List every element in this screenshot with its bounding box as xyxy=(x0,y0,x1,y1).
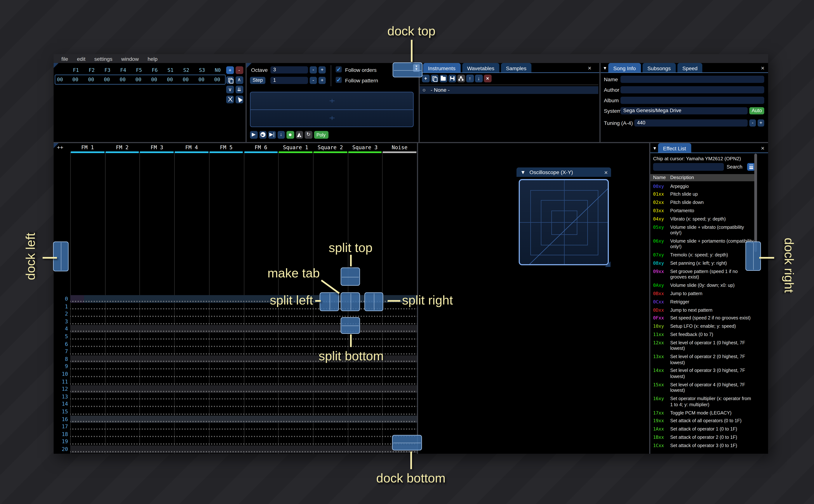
tab-instruments[interactable]: Instruments xyxy=(423,63,461,73)
split-right-target[interactable] xyxy=(364,292,383,311)
effect-menu-button[interactable] xyxy=(747,163,755,171)
channel-header-fm-3[interactable]: FM 3 xyxy=(139,144,174,151)
tab-wavetables[interactable]: Wavetables xyxy=(462,63,499,73)
order-cell[interactable]: 00 xyxy=(67,77,83,82)
effect-row[interactable]: 06xyVolume slide + portamento (compatibi… xyxy=(650,237,755,251)
mouse-select-order-button[interactable] xyxy=(235,95,243,103)
channel-header-square-2[interactable]: Square 2 xyxy=(313,144,348,151)
pattern-row[interactable]: 12 xyxy=(54,385,417,393)
effect-row[interactable]: 0CxxRetrigger xyxy=(650,298,755,306)
panel-separator[interactable] xyxy=(245,63,247,143)
split-top-target[interactable] xyxy=(341,267,360,286)
effect-row[interactable]: 09xxSet groove pattern (speed 1 if no gr… xyxy=(650,267,755,281)
effect-row[interactable]: 02xxPitch slide down xyxy=(650,198,755,207)
pattern-row[interactable]: 11 xyxy=(54,378,417,385)
effect-row[interactable]: 07xyTremolo (x: speed; y: depth) xyxy=(650,251,755,259)
pattern-expand-button[interactable]: ++ xyxy=(57,144,63,150)
effect-row[interactable]: 0DxxJump to next pattern xyxy=(650,306,755,314)
pattern-row[interactable]: 0 xyxy=(54,295,417,303)
effect-rows[interactable]: 00xyArpeggio01xxPitch slide up02xxPitch … xyxy=(650,182,755,454)
pattern-row[interactable]: 14 xyxy=(54,400,417,408)
effect-row[interactable]: 15xxSet level of operator 4 (0 highest, … xyxy=(650,381,755,395)
menu-item-help[interactable]: help xyxy=(148,56,158,62)
pattern-row[interactable]: 5 xyxy=(54,333,417,340)
pattern-row[interactable]: 17 xyxy=(54,423,417,431)
menu-item-file[interactable]: file xyxy=(61,56,68,62)
channel-header-fm-4[interactable]: FM 4 xyxy=(174,144,209,151)
follow-orders-checkbox[interactable]: ✓ xyxy=(336,66,342,72)
oscilloscope-window[interactable]: ▼ Oscilloscope (X-Y) × xyxy=(517,167,611,267)
add-instrument-button[interactable]: + xyxy=(422,75,430,82)
pattern-row[interactable]: 20 xyxy=(54,445,417,453)
deep-clone-order-button[interactable] xyxy=(226,95,234,103)
pattern-row[interactable]: 4 xyxy=(54,325,417,333)
order-cell[interactable]: 00 xyxy=(178,77,194,82)
step-minus-button[interactable]: - xyxy=(310,77,317,84)
effect-row[interactable]: 08xySet panning (x: left; y: right) xyxy=(650,259,755,267)
move-up-order-button[interactable]: ∧ xyxy=(235,76,243,84)
songinfo-close-icon[interactable]: × xyxy=(761,65,764,71)
open-instrument-button[interactable] xyxy=(440,75,447,82)
tab-samples[interactable]: Samples xyxy=(501,63,532,73)
pattern-row[interactable]: 21 xyxy=(54,453,417,454)
effect-row[interactable]: 12xxSet level of operator 1 (0 highest, … xyxy=(650,339,755,353)
channel-header-fm-2[interactable]: FM 2 xyxy=(105,144,139,151)
make-tab-target[interactable] xyxy=(341,292,360,311)
channel-header-fm-6[interactable]: FM 6 xyxy=(244,144,278,151)
step-plus-button[interactable]: + xyxy=(318,77,326,84)
dock-left-handle[interactable] xyxy=(53,242,69,271)
effectlist-collapse-icon[interactable]: ▼ xyxy=(653,146,657,151)
repeat-button[interactable]: ↻ xyxy=(305,131,312,139)
effect-row[interactable]: 0AxyVolume slide (0y: down; x0: up) xyxy=(650,281,755,289)
order-cell[interactable]: 00 xyxy=(209,77,225,82)
pattern-row[interactable]: 19 xyxy=(54,438,417,445)
move-down-double-order-button[interactable]: ⇊ xyxy=(235,86,243,93)
remove-order-button[interactable]: - xyxy=(235,66,243,74)
pattern-row[interactable]: 6 xyxy=(54,340,417,348)
effect-scrollbar[interactable] xyxy=(754,154,757,252)
effect-search-input[interactable] xyxy=(653,163,724,171)
follow-pattern-checkbox[interactable]: ✓ xyxy=(336,77,342,83)
effect-row[interactable]: 11xxSet feedback (0 to 7) xyxy=(650,330,755,338)
duplicate-order-button[interactable] xyxy=(226,76,234,84)
order-cell[interactable]: 00 xyxy=(83,77,99,82)
instrument-list-item[interactable]: ○ - None - xyxy=(420,86,598,94)
oscilloscope-resize-grip[interactable] xyxy=(605,261,611,267)
tuning-minus-button[interactable]: - xyxy=(749,119,756,127)
effect-row[interactable]: 16xySet operator multiplier (x: operator… xyxy=(650,395,755,409)
effect-row[interactable]: 1CxxSet attack of operator 3 (0 to 1F) xyxy=(650,441,755,449)
dock-right-handle[interactable] xyxy=(745,242,761,271)
dock-top-handle[interactable]: ▼▼ xyxy=(392,62,423,77)
effect-row[interactable]: 14xxSet level of operator 3 (0 highest, … xyxy=(650,367,755,381)
move-up-instrument-button[interactable]: ↑ xyxy=(466,75,474,82)
move-down-instrument-button[interactable]: ↓ xyxy=(475,75,483,82)
tab-subsongs[interactable]: Subsongs xyxy=(642,63,676,73)
split-left-target[interactable] xyxy=(319,292,339,311)
add-order-button[interactable]: + xyxy=(226,66,234,74)
order-cell[interactable]: 00 xyxy=(162,77,178,82)
move-down-order-button[interactable]: ∨ xyxy=(226,86,234,93)
effect-row[interactable]: 04xyVibrato (x: speed; y: depth) xyxy=(650,215,755,223)
songinfo-collapse-icon[interactable]: ▼ xyxy=(603,66,607,71)
tuning-field[interactable]: 440 xyxy=(634,119,748,127)
effect-row[interactable]: 1AxxSet attack of operator 1 (0 to 1F) xyxy=(650,425,755,433)
pattern-editor[interactable]: ++ FM 1FM 2FM 3FM 4FM 5FM 6Square 1Squar… xyxy=(54,143,417,454)
pattern-row[interactable]: 15 xyxy=(54,408,417,415)
effect-row[interactable]: 03xxPortamento xyxy=(650,207,755,215)
order-cell[interactable]: 00 xyxy=(115,77,131,82)
name-field[interactable] xyxy=(621,76,764,83)
order-cell[interactable]: 00 xyxy=(130,77,146,82)
channel-header-fm-1[interactable]: FM 1 xyxy=(70,144,105,151)
effect-row[interactable]: 00xyArpeggio xyxy=(650,182,755,190)
play-button[interactable]: ▶ xyxy=(250,131,257,139)
channel-header-square-1[interactable]: Square 1 xyxy=(278,144,313,151)
pattern-row[interactable]: 18 xyxy=(54,430,417,438)
effect-row[interactable]: 0BxxJump to pattern xyxy=(650,290,755,298)
effect-row[interactable]: 0FxxSet speed (speed 2 if no grooves exi… xyxy=(650,314,755,322)
system-field[interactable]: Sega Genesis/Mega Drive xyxy=(621,107,748,115)
effect-row[interactable]: 19xxSet attack of all operators (0 to 1F… xyxy=(650,417,755,425)
duplicate-instrument-button[interactable] xyxy=(431,75,438,82)
split-bottom-target[interactable] xyxy=(341,317,360,334)
orders-selected-row[interactable]: 00 00000000000000000000 xyxy=(55,75,226,85)
order-cell[interactable]: 00 xyxy=(146,77,162,82)
